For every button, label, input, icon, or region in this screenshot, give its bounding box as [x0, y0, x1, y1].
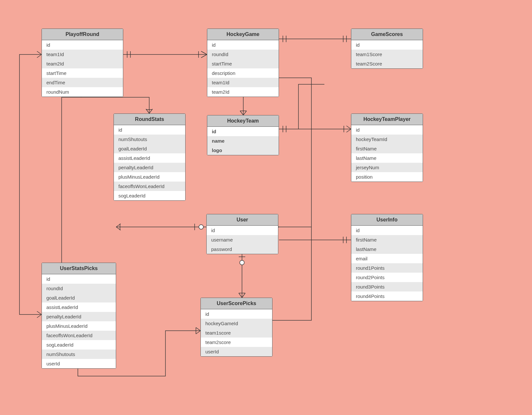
svg-line-19 [37, 51, 42, 54]
field: team2Id [42, 59, 123, 68]
entity-body: id name logo [207, 127, 279, 155]
field: team1Id [207, 78, 279, 87]
entity-header: User [207, 214, 278, 226]
entity-user-score-picks: UserScorePicks id hockeyGameId team1scor… [200, 298, 272, 357]
entity-body: id team1Score team2Score [351, 40, 423, 68]
field: name [207, 136, 279, 146]
svg-line-32 [346, 129, 351, 132]
field: faceoffsWonLeaderId [114, 182, 185, 191]
field: startTime [207, 59, 279, 68]
field: password [207, 244, 278, 254]
field: firstName [351, 144, 423, 153]
field: endTime [42, 78, 123, 87]
field: goalLeaderId [42, 293, 116, 302]
svg-line-18 [149, 109, 152, 113]
field: round2Points [351, 273, 423, 282]
field: email [351, 254, 423, 263]
entity-playoff-round: PlayoffRound id team1Id team2Id startTim… [42, 29, 123, 97]
field: id [201, 309, 272, 319]
svg-line-45 [116, 227, 121, 230]
entity-body: id roundId startTime description team1Id… [207, 40, 279, 97]
entity-header: GameScores [351, 29, 423, 40]
svg-line-59 [196, 327, 200, 331]
field: assistLeaderId [42, 302, 116, 312]
field: id [351, 125, 423, 135]
field: sogLeaderId [42, 340, 116, 350]
field: lastName [351, 244, 423, 254]
field: team1score [201, 328, 272, 338]
entity-user-info: UserInfo id firstName lastName email rou… [351, 214, 423, 301]
field: numShutouts [42, 350, 116, 359]
entity-body: id username password [207, 226, 278, 254]
entity-header: RoundStats [114, 114, 185, 125]
field: id [207, 127, 279, 136]
field: id [42, 40, 123, 50]
svg-line-60 [196, 331, 200, 334]
svg-line-4 [201, 54, 207, 58]
field: roundNum [42, 87, 123, 97]
entity-header: PlayoffRound [42, 29, 123, 40]
field: id [351, 226, 423, 235]
field: team1Score [351, 50, 423, 59]
svg-line-17 [146, 109, 149, 113]
field: round3Points [351, 282, 423, 291]
field: team1Id [42, 50, 123, 59]
field: roundId [42, 284, 116, 293]
entity-body: id roundId goalLeaderId assistLeaderId p… [42, 274, 116, 368]
field: position [351, 172, 423, 182]
field: plusMinusLeaderId [114, 172, 185, 182]
field: firstName [351, 235, 423, 244]
svg-point-48 [240, 260, 244, 265]
field: team2score [201, 338, 272, 347]
entity-body: id numShutouts goalLeaderId assistLeader… [114, 125, 185, 200]
entity-body: id team1Id team2Id startTime endTime rou… [42, 40, 123, 97]
field: numShutouts [114, 135, 185, 144]
entity-header: UserScorePicks [201, 298, 272, 309]
svg-line-51 [242, 293, 245, 298]
field: sogLeaderId [114, 191, 185, 200]
field: id [351, 40, 423, 50]
entity-hockey-team-player: HockeyTeamPlayer id hockeyTeamId firstNa… [351, 113, 423, 182]
svg-line-31 [346, 126, 351, 129]
field: description [207, 68, 279, 78]
field: userId [201, 347, 272, 356]
field: id [207, 226, 278, 235]
entity-hockey-game: HockeyGame id roundId startTime descript… [207, 29, 279, 97]
field: userId [42, 359, 116, 368]
field: username [207, 235, 278, 244]
entity-header: UserStatsPicks [42, 263, 116, 274]
entity-body: id hockeyGameId team1score team2score us… [201, 309, 272, 356]
svg-line-21 [37, 311, 42, 314]
field: faceoffsWonLeaderId [42, 331, 116, 340]
field: roundId [207, 50, 279, 59]
field: team2Score [351, 59, 423, 68]
svg-line-28 [243, 111, 247, 115]
svg-line-20 [37, 54, 42, 58]
field: hockeyGameId [201, 319, 272, 328]
entity-game-scores: GameScores id team1Score team2Score [351, 29, 423, 69]
field: id [114, 125, 185, 135]
field: penaltyLeaderId [114, 163, 185, 172]
field: assistLeaderId [114, 153, 185, 163]
entity-header: HockeyGame [207, 29, 279, 40]
field: team2Id [207, 87, 279, 97]
field: id [207, 40, 279, 50]
entity-header: HockeyTeam [207, 115, 279, 127]
field: lastName [351, 153, 423, 163]
entity-round-stats: RoundStats id numShutouts goalLeaderId a… [114, 113, 186, 201]
svg-line-50 [239, 293, 242, 298]
field: round4Points [351, 291, 423, 301]
field: penaltyLeaderId [42, 312, 116, 321]
entity-body: id firstName lastName email round1Points… [351, 226, 423, 301]
entity-header: UserInfo [351, 214, 423, 226]
field: goalLeaderId [114, 144, 185, 153]
entity-user-stats-picks: UserStatsPicks id roundId goalLeaderId a… [42, 263, 116, 369]
field: hockeyTeamId [351, 135, 423, 144]
svg-point-41 [199, 225, 203, 229]
field: plusMinusLeaderId [42, 321, 116, 331]
svg-line-3 [201, 51, 207, 54]
field: round1Points [351, 263, 423, 273]
field: logo [207, 146, 279, 155]
field: jerseyNum [351, 163, 423, 172]
field: id [42, 274, 116, 284]
